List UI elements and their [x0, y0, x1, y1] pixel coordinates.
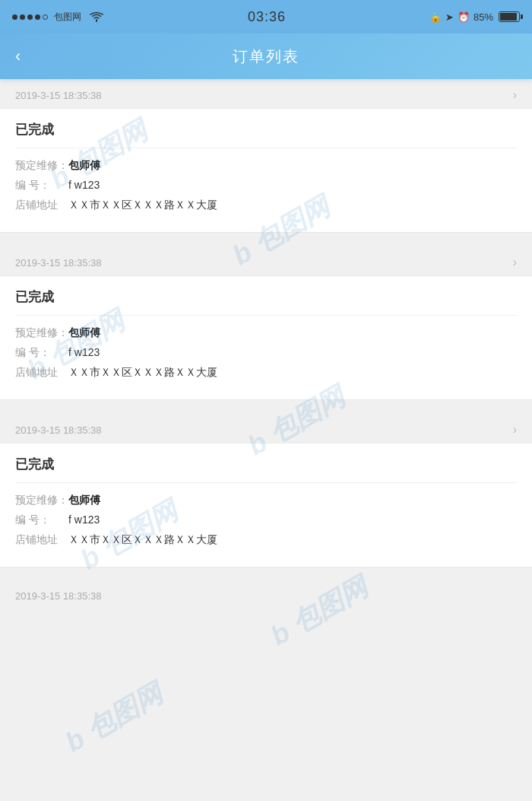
dot-4 — [35, 14, 40, 20]
chevron-right-icon-2: › — [513, 256, 517, 269]
dot-5 — [43, 14, 48, 20]
order-card-2[interactable]: 已完成 预定维修： 包师傅 编 号： f w123 店铺地址 ＸＸ市ＸＸ区ＸＸＸ… — [0, 275, 532, 400]
chevron-right-icon-1: › — [513, 88, 517, 102]
address-label-1: 店铺地址 — [15, 199, 68, 212]
id-label-3: 编 号： — [15, 513, 68, 527]
separator-1 — [0, 236, 532, 246]
battery-fill — [500, 13, 517, 21]
id-value-3: f w123 — [68, 513, 100, 526]
back-button[interactable]: ‹ — [15, 46, 21, 66]
address-value-2: ＸＸ市ＸＸ区ＸＸＸ路ＸＸ大厦 — [68, 366, 217, 380]
carrier-label: 包图网 — [54, 11, 81, 24]
order-id-row-3: 编 号： f w123 — [15, 513, 517, 527]
dot-2 — [20, 14, 25, 20]
order-status-2: 已完成 — [15, 288, 517, 316]
service-label-1: 预定维修： — [15, 159, 68, 173]
address-value-1: ＸＸ市ＸＸ区ＸＸＸ路ＸＸ大厦 — [68, 199, 217, 212]
service-label-2: 预定维修： — [15, 326, 68, 340]
page-content: 2019-3-15 18:35:38 › 已完成 预定维修： 包师傅 编 号： … — [0, 79, 532, 623]
id-label-2: 编 号： — [15, 346, 68, 360]
order-timestamp-row-3[interactable]: 2019-3-15 18:35:38 › — [0, 414, 532, 443]
id-value-1: f w123 — [68, 179, 100, 191]
order-status-1: 已完成 — [15, 121, 517, 148]
order-group-2: 2019-3-15 18:35:38 › 已完成 预定维修： 包师傅 编 号： … — [0, 246, 532, 400]
order-group-4: 2019-3-15 18:35:38 — [0, 581, 532, 608]
order-id-row-2: 编 号： f w123 — [15, 346, 517, 360]
order-id-row-1: 编 号： f w123 — [15, 179, 517, 192]
signal-dots — [12, 14, 48, 20]
order-timestamp-2: 2019-3-15 18:35:38 — [15, 257, 101, 269]
order-timestamp-row-4[interactable]: 2019-3-15 18:35:38 — [0, 581, 532, 608]
dot-3 — [27, 14, 33, 20]
service-value-2: 包师傅 — [68, 326, 100, 340]
order-service-row-3: 预定维修： 包师傅 — [15, 494, 517, 507]
status-right: 🔒 ➤ ⏰ 85% — [429, 11, 520, 23]
service-label-3: 预定维修： — [15, 494, 68, 507]
separator-3 — [0, 571, 532, 581]
id-label-1: 编 号： — [15, 179, 68, 192]
chevron-right-icon-3: › — [513, 423, 517, 437]
location-icon: ➤ — [445, 11, 454, 23]
alarm-icon: ⏰ — [458, 11, 470, 23]
battery-icon — [499, 11, 520, 22]
address-label-3: 店铺地址 — [15, 533, 68, 547]
order-address-row-3: 店铺地址 ＸＸ市ＸＸ区ＸＸＸ路ＸＸ大厦 — [15, 533, 517, 547]
order-status-3: 已完成 — [15, 456, 517, 483]
service-value-3: 包师傅 — [68, 494, 100, 507]
order-timestamp-1: 2019-3-15 18:35:38 — [15, 90, 101, 101]
order-address-row-2: 店铺地址 ＸＸ市ＸＸ区ＸＸＸ路ＸＸ大厦 — [15, 366, 517, 380]
order-timestamp-3: 2019-3-15 18:35:38 — [15, 424, 101, 436]
address-label-2: 店铺地址 — [15, 366, 68, 380]
status-left: 包图网 — [12, 11, 104, 24]
dot-1 — [12, 14, 17, 20]
order-timestamp-4: 2019-3-15 18:35:38 — [15, 590, 101, 602]
watermark-7: b 包图网 — [59, 675, 169, 761]
order-service-row-1: 预定维修： 包师傅 — [15, 159, 517, 173]
order-timestamp-row-1[interactable]: 2019-3-15 18:35:38 › — [0, 79, 532, 108]
address-value-3: ＸＸ市ＸＸ区ＸＸＸ路ＸＸ大厦 — [68, 533, 217, 547]
lock-icon: 🔒 — [429, 11, 442, 23]
page-title: 订单列表 — [233, 46, 299, 67]
order-timestamp-row-2[interactable]: 2019-3-15 18:35:38 › — [0, 246, 532, 275]
order-address-row-1: 店铺地址 ＸＸ市ＸＸ区ＸＸＸ路ＸＸ大厦 — [15, 199, 517, 212]
nav-bar: ‹ 订单列表 — [0, 33, 532, 79]
battery-percentage: 85% — [473, 11, 493, 23]
order-group-1: 2019-3-15 18:35:38 › 已完成 预定维修： 包师傅 编 号： … — [0, 79, 532, 233]
separator-2 — [0, 403, 532, 414]
id-value-2: f w123 — [68, 346, 100, 358]
status-time: 03:36 — [248, 9, 286, 25]
order-service-row-2: 预定维修： 包师傅 — [15, 326, 517, 340]
order-group-3: 2019-3-15 18:35:38 › 已完成 预定维修： 包师傅 编 号： … — [0, 414, 532, 567]
order-card-1[interactable]: 已完成 预定维修： 包师傅 编 号： f w123 店铺地址 ＸＸ市ＸＸ区ＸＸＸ… — [0, 108, 532, 233]
wifi-icon — [89, 11, 104, 22]
order-card-3[interactable]: 已完成 预定维修： 包师傅 编 号： f w123 店铺地址 ＸＸ市ＸＸ区ＸＸＸ… — [0, 443, 532, 567]
status-bar: 包图网 03:36 🔒 ➤ ⏰ 85% — [0, 0, 532, 33]
service-value-1: 包师傅 — [68, 159, 100, 173]
